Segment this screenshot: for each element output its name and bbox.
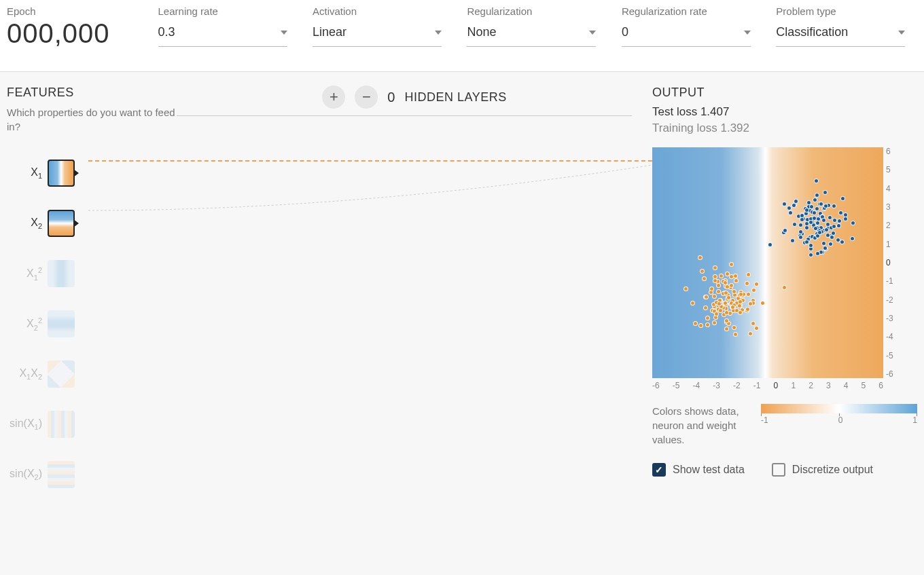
chevron-down-icon: [744, 31, 751, 35]
features-subtitle: Which properties do you want to feed in?: [7, 105, 177, 134]
chevron-down-icon: [898, 31, 905, 35]
feature-label-x1x2: X1X2: [7, 367, 48, 381]
training-loss: Training loss 1.392: [652, 122, 917, 135]
feature-label-sinx1: sin(X1): [7, 418, 48, 431]
test-loss: Test loss 1.407: [652, 105, 917, 119]
remove-layer-button[interactable]: −: [355, 86, 378, 109]
hidden-rule: [177, 115, 632, 116]
add-layer-button[interactable]: +: [322, 86, 345, 109]
feature-x1-squared[interactable]: [48, 260, 75, 287]
chevron-down-icon: [435, 31, 442, 35]
legend-text: Colors shows data, neuron and weight val…: [652, 404, 747, 447]
feature-label-sinx2: sin(X2): [7, 468, 48, 481]
axis-x: -6-5-4-3-2-10123456: [652, 381, 883, 390]
activation-label: Activation: [313, 5, 467, 17]
feature-x2[interactable]: [48, 210, 75, 237]
feature-x1x2[interactable]: [48, 360, 75, 388]
problem-type-select[interactable]: Classification: [776, 18, 905, 47]
chevron-down-icon: [281, 31, 287, 35]
reg-label: Regularization: [467, 5, 621, 17]
legend-ticks: -101: [761, 415, 917, 425]
regularization-rate-select[interactable]: 0: [622, 18, 751, 47]
checkbox-icon: [772, 463, 785, 477]
epoch-value: 000,000: [7, 18, 158, 49]
feature-label-x1sq: X12: [7, 266, 48, 282]
axis-y: 6543210-1-2-3-4-5-6: [886, 147, 893, 378]
feature-sin-x1[interactable]: [48, 411, 75, 438]
output-heatmap[interactable]: [652, 147, 883, 378]
checkbox-icon: [652, 463, 666, 477]
feature-label-x1: X1: [7, 166, 48, 180]
feature-x1[interactable]: [48, 160, 75, 187]
feature-x2-squared[interactable]: [48, 310, 75, 337]
show-test-data-checkbox[interactable]: Show test data: [652, 463, 745, 477]
chevron-down-icon: [589, 31, 596, 35]
learning-rate-select[interactable]: 0.3: [158, 18, 287, 47]
problem-label: Problem type: [776, 5, 917, 17]
reg-rate-label: Regularization rate: [622, 5, 776, 17]
lr-label: Learning rate: [158, 5, 313, 17]
feature-sin-x2[interactable]: [48, 461, 75, 488]
hidden-layers-count: 0: [387, 90, 395, 105]
weight-wire-x1[interactable]: [88, 160, 666, 162]
epoch-label: Epoch: [7, 5, 158, 17]
output-title: OUTPUT: [652, 86, 917, 100]
feature-label-x2sq: X22: [7, 316, 48, 332]
discretize-output-checkbox[interactable]: Discretize output: [772, 463, 873, 477]
color-legend-bar: [761, 404, 917, 413]
activation-select[interactable]: Linear: [313, 18, 442, 47]
hidden-layers-label: HIDDEN LAYERS: [404, 90, 506, 105]
regularization-select[interactable]: None: [467, 18, 596, 47]
features-title: FEATURES: [7, 86, 177, 100]
feature-label-x2: X2: [7, 217, 48, 230]
